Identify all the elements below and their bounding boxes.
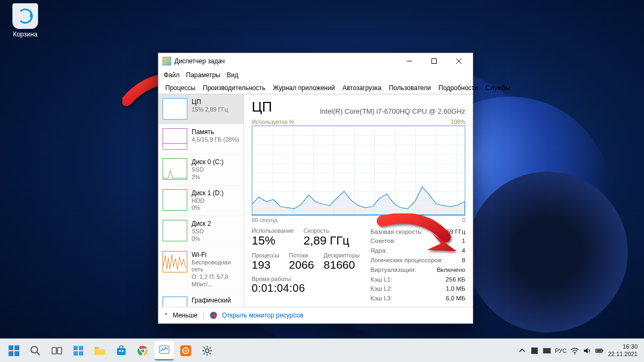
menu-view[interactable]: Вид xyxy=(226,71,238,79)
tab-app-history[interactable]: Журнал приложений xyxy=(269,82,339,94)
info-l3: 6,0 МБ xyxy=(446,294,465,304)
taskbar-store[interactable] xyxy=(112,341,131,360)
chevron-up-icon[interactable]: ⌃ xyxy=(164,312,169,319)
start-button[interactable] xyxy=(4,341,24,360)
info-l1: 256 КБ xyxy=(445,275,465,285)
tray-battery-icon[interactable] xyxy=(595,346,604,355)
svg-rect-1 xyxy=(9,345,13,350)
graph-xmin: 60 секунд xyxy=(252,217,277,223)
svg-rect-11 xyxy=(79,351,83,356)
sidebar-item-memory[interactable]: Память4,5/15,9 ГБ (28%) xyxy=(158,124,244,154)
menu-file[interactable]: Файл xyxy=(164,71,180,79)
svg-rect-9 xyxy=(79,346,83,350)
sidebar-item-disk0[interactable]: Диск 0 (C:)SSD2% xyxy=(158,154,244,186)
stat-speed: 2,89 ГГц xyxy=(304,234,349,248)
tray-chevron-up-icon[interactable] xyxy=(518,346,526,355)
taskbar-chrome[interactable] xyxy=(133,341,152,360)
sidebar-item-wifi[interactable]: Wi-FiБеспроводная сетьО: 1,2 П: 57,8 Мби… xyxy=(158,247,244,293)
sidebar-item-disk1[interactable]: Диск 1 (D:)HDD0% xyxy=(158,186,244,217)
taskbar-taskview[interactable] xyxy=(47,341,67,360)
recycle-bin-label: Корзина xyxy=(5,31,45,38)
svg-rect-0 xyxy=(432,59,437,64)
taskbar-settings[interactable] xyxy=(197,341,217,360)
svg-rect-29 xyxy=(596,350,601,351)
titlebar[interactable]: Диспетчер задач xyxy=(158,53,473,69)
svg-point-26 xyxy=(574,353,575,354)
recycle-bin-icon xyxy=(12,3,38,29)
menu-options[interactable]: Параметры xyxy=(186,71,221,79)
svg-point-5 xyxy=(31,346,38,353)
svg-rect-13 xyxy=(117,348,126,355)
svg-rect-15 xyxy=(122,350,123,352)
svg-rect-28 xyxy=(602,350,603,351)
taskbar-taskmanager[interactable] xyxy=(155,341,174,360)
tab-users[interactable]: Пользователи xyxy=(385,82,435,94)
sidebar-item-gpu[interactable]: Графический п...Intel(R) HD Graphics ...… xyxy=(158,293,244,307)
info-base-speed: 2,59 ГГц xyxy=(441,227,465,237)
cpu-name: Intel(R) Core(TM) i7-6700HQ CPU @ 2.60GH… xyxy=(320,107,465,115)
resource-monitor-icon xyxy=(210,312,217,319)
stat-uptime: 0:01:04:06 xyxy=(252,282,360,294)
window-footer: ⌃ Меньше │ Открыть монитор ресурсов xyxy=(158,307,473,323)
stat-utilization: 15% xyxy=(252,234,294,248)
svg-rect-6 xyxy=(52,348,56,354)
recycle-bin[interactable]: Корзина xyxy=(5,3,45,38)
gpu-thumb-icon xyxy=(163,297,187,307)
svg-point-23 xyxy=(206,349,209,352)
sidebar-item-disk2[interactable]: Диск 2SSD0% xyxy=(158,216,244,247)
cpu-graph xyxy=(252,125,465,216)
svg-rect-3 xyxy=(9,351,13,356)
taskbar-movavi[interactable] xyxy=(176,341,195,360)
stat-threads: 2066 xyxy=(289,258,314,271)
svg-rect-25 xyxy=(543,348,551,353)
info-l2: 1,0 МБ xyxy=(446,284,465,294)
info-sockets: 1 xyxy=(462,237,465,246)
svg-rect-4 xyxy=(14,351,19,356)
info-logical-procs: 8 xyxy=(462,256,465,265)
fewer-details[interactable]: Меньше xyxy=(173,312,197,319)
open-resource-monitor-link[interactable]: Открыть монитор ресурсов xyxy=(222,312,303,319)
stat-handles: 81660 xyxy=(324,258,360,271)
svg-rect-8 xyxy=(74,346,78,350)
graph-label-right: 100% xyxy=(451,119,465,125)
tabbar: Процессы Производительность Журнал прило… xyxy=(158,82,473,94)
taskbar-search[interactable] xyxy=(26,341,45,360)
tray-nvidia-icon[interactable] xyxy=(543,346,551,355)
task-manager-window: Диспетчер задач Файл Параметры Вид Проце… xyxy=(158,53,473,324)
disk2-thumb-icon xyxy=(163,220,187,241)
svg-rect-10 xyxy=(74,351,78,356)
graph-label-left: Используется % xyxy=(252,119,294,125)
info-virtualization: Включено xyxy=(437,265,465,275)
graph-xmax: 0 xyxy=(462,217,465,223)
tray-language[interactable]: РУС xyxy=(555,348,567,354)
tab-performance[interactable]: Производительность xyxy=(199,82,269,94)
maximize-button[interactable] xyxy=(422,53,447,69)
main-panel: ЦП Intel(R) Core(TM) i7-6700HQ CPU @ 2.6… xyxy=(244,94,473,307)
svg-rect-2 xyxy=(14,345,19,350)
tray-app-icon[interactable] xyxy=(530,346,539,355)
page-title: ЦП xyxy=(252,99,272,115)
tray-volume-icon[interactable] xyxy=(583,346,591,355)
tab-processes[interactable]: Процессы xyxy=(162,82,199,94)
svg-rect-7 xyxy=(57,348,62,354)
svg-rect-14 xyxy=(119,350,121,352)
minimize-button[interactable] xyxy=(397,53,422,69)
taskbar-widgets[interactable] xyxy=(69,341,88,360)
tab-services[interactable]: Службы xyxy=(482,82,514,94)
close-button[interactable] xyxy=(447,53,471,69)
taskbar-explorer[interactable] xyxy=(90,341,109,360)
sidebar-item-cpu[interactable]: ЦП15% 2,89 ГГц xyxy=(158,94,244,124)
tray-wifi-icon[interactable] xyxy=(570,346,579,355)
menubar: Файл Параметры Вид xyxy=(158,69,473,82)
info-cores: 4 xyxy=(462,246,465,256)
stat-processes: 193 xyxy=(252,258,279,271)
sidebar: ЦП15% 2,89 ГГц Память4,5/15,9 ГБ (28%) Д… xyxy=(158,94,244,307)
system-tray[interactable]: РУС 16:30 22.11.2021 xyxy=(518,343,640,357)
tray-clock[interactable]: 16:30 22.11.2021 xyxy=(608,343,638,357)
cpu-thumb-icon xyxy=(163,98,187,120)
disk0-thumb-icon xyxy=(163,158,187,180)
tab-startup[interactable]: Автозагрузка xyxy=(339,82,385,94)
taskbar[interactable]: РУС 16:30 22.11.2021 xyxy=(0,338,644,362)
window-title: Диспетчер задач xyxy=(174,57,397,65)
tab-details[interactable]: Подробности xyxy=(435,82,482,94)
